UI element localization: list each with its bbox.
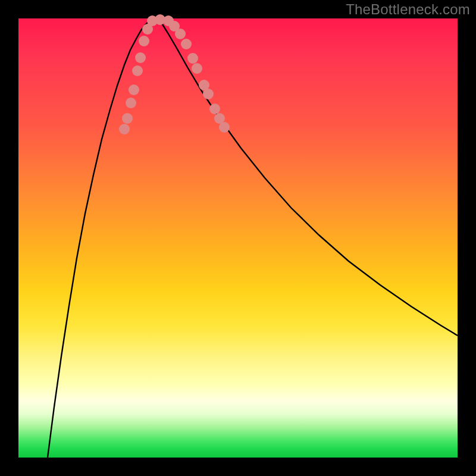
- highlight-dot: [135, 52, 146, 63]
- highlight-dot: [181, 39, 192, 49]
- highlight-dot: [126, 98, 136, 108]
- chart-frame: TheBottleneck.com: [0, 0, 476, 476]
- highlight-dot: [209, 104, 220, 114]
- highlight-dot: [132, 65, 143, 76]
- watermark-text: TheBottleneck.com: [346, 1, 470, 18]
- highlight-dot: [122, 113, 133, 124]
- highlight-dot: [175, 29, 186, 39]
- highlight-dot: [129, 84, 139, 95]
- highlight-dots: [119, 14, 230, 134]
- highlight-dot: [187, 53, 198, 64]
- curve-right: [158, 20, 458, 336]
- chart-svg: [18, 18, 458, 458]
- highlight-dot: [192, 63, 202, 74]
- highlight-dot: [139, 36, 149, 46]
- highlight-dot: [119, 124, 130, 134]
- highlight-dot: [219, 122, 230, 133]
- highlight-dot: [203, 89, 214, 99]
